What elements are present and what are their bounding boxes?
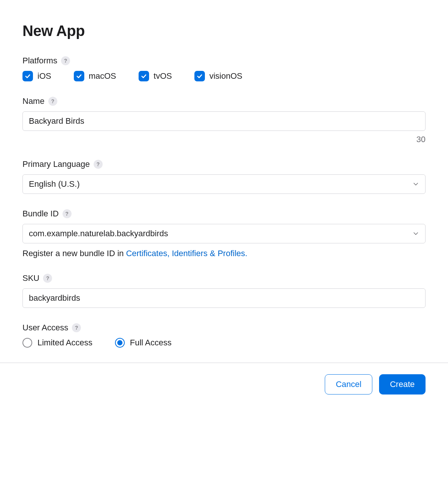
radio-label: Limited Access (37, 338, 93, 348)
checkbox-checked-icon (194, 71, 205, 81)
user-access-section: User Access ? Limited Access Full Access (22, 323, 426, 348)
name-section: Name ? 30 (22, 96, 426, 144)
checkbox-checked-icon (74, 71, 84, 81)
radio-checked-icon (115, 338, 125, 348)
help-icon[interactable]: ? (72, 323, 81, 332)
name-input[interactable] (22, 111, 426, 131)
primary-language-select[interactable]: English (U.S.) (22, 174, 426, 194)
platform-checkbox-tvos[interactable]: tvOS (139, 71, 172, 81)
platform-label: macOS (89, 71, 116, 81)
primary-language-section: Primary Language ? English (U.S.) (22, 159, 426, 194)
name-char-counter: 30 (22, 135, 426, 144)
user-access-radio-full[interactable]: Full Access (115, 338, 172, 348)
help-icon[interactable]: ? (43, 274, 52, 283)
bundle-id-section: Bundle ID ? com.example.naturelab.backya… (22, 209, 426, 258)
user-access-label: User Access (22, 323, 68, 333)
radio-label: Full Access (130, 338, 172, 348)
sku-label: SKU (22, 273, 39, 283)
platform-checkbox-macos[interactable]: macOS (74, 71, 116, 81)
platform-label: visionOS (209, 71, 242, 81)
checkbox-checked-icon (139, 71, 149, 81)
help-icon[interactable]: ? (61, 56, 70, 65)
platform-checkbox-ios[interactable]: iOS (22, 71, 51, 81)
bundle-id-value: com.example.naturelab.backyardbirds (29, 229, 168, 238)
radio-unchecked-icon (22, 338, 32, 348)
platforms-label: Platforms (22, 56, 57, 66)
primary-language-value: English (U.S.) (29, 179, 80, 189)
platform-label: iOS (37, 71, 51, 81)
create-button[interactable]: Create (379, 374, 426, 394)
user-access-radio-limited[interactable]: Limited Access (22, 338, 93, 348)
platforms-section: Platforms ? iOS macOS tvOS (22, 56, 426, 81)
primary-language-label: Primary Language (22, 159, 90, 169)
bundle-id-select[interactable]: com.example.naturelab.backyardbirds (22, 224, 426, 243)
help-icon[interactable]: ? (63, 209, 72, 218)
sku-input[interactable] (22, 288, 426, 308)
help-icon[interactable]: ? (48, 97, 57, 106)
platform-label: tvOS (154, 71, 172, 81)
certificates-link[interactable]: Certificates, Identifiers & Profiles. (126, 249, 247, 258)
cancel-button[interactable]: Cancel (325, 374, 372, 394)
footer: Cancel Create (0, 363, 448, 406)
platform-checkbox-visionos[interactable]: visionOS (194, 71, 242, 81)
page-title: New App (22, 22, 426, 39)
bundle-id-label: Bundle ID (22, 209, 59, 219)
sku-section: SKU ? (22, 273, 426, 308)
checkbox-checked-icon (22, 71, 33, 81)
bundle-id-hint: Register a new bundle ID in Certificates… (22, 249, 426, 258)
bundle-id-hint-text: Register a new bundle ID in (22, 249, 126, 258)
name-label: Name (22, 96, 45, 106)
help-icon[interactable]: ? (94, 160, 103, 169)
